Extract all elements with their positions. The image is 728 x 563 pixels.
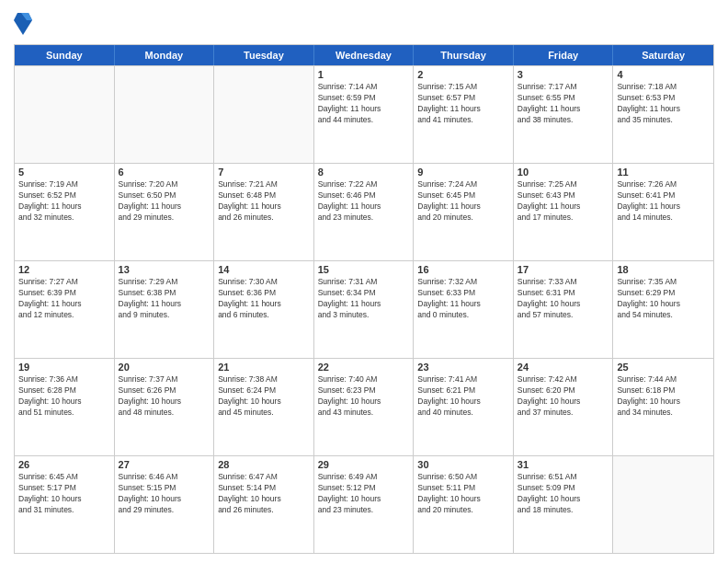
calendar-header-cell: Sunday (15, 45, 115, 65)
cell-line: and 18 minutes. (518, 505, 609, 516)
cell-line: and 38 minutes. (518, 115, 609, 126)
cell-line: Sunrise: 7:24 AM (417, 179, 509, 190)
cell-line: Sunset: 6:34 PM (318, 288, 410, 299)
cell-line: Sunrise: 7:21 AM (218, 179, 310, 190)
cell-line: Sunrise: 6:47 AM (218, 472, 310, 483)
cell-line: Sunset: 6:46 PM (318, 190, 410, 201)
logo-icon (14, 9, 32, 37)
cell-line: Daylight: 11 hours (617, 104, 710, 115)
cell-line: and 37 minutes. (518, 408, 609, 419)
cell-line: Sunset: 5:14 PM (218, 483, 310, 494)
cell-line: Sunset: 6:41 PM (617, 190, 710, 201)
cell-line: Sunrise: 7:42 AM (518, 374, 609, 385)
cell-line: Daylight: 10 hours (617, 299, 710, 310)
calendar-cell: 12Sunrise: 7:27 AMSunset: 6:39 PMDayligh… (15, 261, 115, 358)
cell-line: Sunrise: 7:25 AM (518, 179, 609, 190)
cell-line: Sunrise: 7:40 AM (318, 374, 410, 385)
calendar-cell: 15Sunrise: 7:31 AMSunset: 6:34 PMDayligh… (314, 261, 415, 358)
cell-line: Daylight: 11 hours (417, 299, 509, 310)
calendar-cell: 23Sunrise: 7:41 AMSunset: 6:21 PMDayligh… (414, 359, 514, 455)
calendar-cell (613, 456, 713, 553)
cell-line: and 57 minutes. (518, 310, 609, 321)
cell-line: Daylight: 10 hours (218, 396, 310, 408)
day-number: 27 (119, 459, 210, 470)
cell-line: Daylight: 10 hours (18, 494, 110, 505)
calendar-cell: 7Sunrise: 7:21 AMSunset: 6:48 PMDaylight… (214, 164, 314, 260)
cell-line: and 54 minutes. (617, 310, 710, 321)
day-number: 18 (617, 264, 710, 275)
header (14, 9, 714, 37)
cell-line: Sunset: 6:18 PM (617, 385, 710, 396)
cell-line: Sunset: 6:36 PM (218, 288, 310, 299)
cell-line: Sunrise: 7:27 AM (18, 277, 110, 288)
cell-line: Sunset: 6:59 PM (318, 93, 410, 104)
cell-line: Sunset: 6:53 PM (617, 93, 710, 104)
cell-line: and 45 minutes. (218, 408, 310, 419)
calendar-header: SundayMondayTuesdayWednesdayThursdayFrid… (15, 45, 713, 65)
cell-line: Sunset: 6:21 PM (417, 385, 509, 396)
cell-line: Sunrise: 7:20 AM (119, 179, 210, 190)
cell-line: Sunrise: 7:37 AM (119, 374, 210, 385)
cell-line: and 48 minutes. (119, 408, 210, 419)
cell-line: and 14 minutes. (617, 213, 710, 224)
cell-line: Sunrise: 7:15 AM (417, 82, 509, 93)
cell-line: and 0 minutes. (417, 310, 509, 321)
cell-line: and 29 minutes. (119, 213, 210, 224)
cell-line: Daylight: 10 hours (18, 396, 110, 408)
calendar-cell: 26Sunrise: 6:45 AMSunset: 5:17 PMDayligh… (15, 456, 115, 553)
cell-line: Daylight: 10 hours (617, 396, 710, 408)
cell-line: Sunset: 6:48 PM (218, 190, 310, 201)
day-number: 20 (119, 362, 210, 373)
calendar-cell: 13Sunrise: 7:29 AMSunset: 6:38 PMDayligh… (115, 261, 215, 358)
cell-line: and 23 minutes. (318, 505, 410, 516)
calendar-cell: 6Sunrise: 7:20 AMSunset: 6:50 PMDaylight… (115, 164, 215, 260)
cell-line: Sunset: 5:12 PM (318, 483, 410, 494)
cell-line: Daylight: 11 hours (518, 201, 609, 213)
cell-line: Sunset: 6:33 PM (417, 288, 509, 299)
cell-line: Sunrise: 7:29 AM (119, 277, 210, 288)
day-number: 3 (518, 69, 609, 80)
cell-line: Daylight: 11 hours (617, 201, 710, 213)
calendar-cell: 20Sunrise: 7:37 AMSunset: 6:26 PMDayligh… (115, 359, 215, 455)
calendar-cell: 27Sunrise: 6:46 AMSunset: 5:15 PMDayligh… (115, 456, 215, 553)
cell-line: Sunrise: 7:22 AM (318, 179, 410, 190)
cell-line: Daylight: 10 hours (318, 396, 410, 408)
calendar-header-cell: Wednesday (314, 45, 415, 65)
cell-line: Sunset: 6:24 PM (218, 385, 310, 396)
cell-line: Sunset: 6:52 PM (18, 190, 110, 201)
day-number: 24 (518, 362, 609, 373)
calendar-cell: 30Sunrise: 6:50 AMSunset: 5:11 PMDayligh… (414, 456, 514, 553)
cell-line: Sunrise: 7:19 AM (18, 179, 110, 190)
day-number: 29 (318, 459, 410, 470)
calendar-cell: 19Sunrise: 7:36 AMSunset: 6:28 PMDayligh… (15, 359, 115, 455)
cell-line: and 26 minutes. (218, 505, 310, 516)
day-number: 1 (318, 69, 410, 80)
day-number: 17 (518, 264, 609, 275)
cell-line: and 40 minutes. (417, 408, 509, 419)
calendar-cell: 21Sunrise: 7:38 AMSunset: 6:24 PMDayligh… (214, 359, 314, 455)
cell-line: Sunset: 5:17 PM (18, 483, 110, 494)
cell-line: Sunrise: 6:50 AM (417, 472, 509, 483)
cell-line: Daylight: 10 hours (518, 299, 609, 310)
calendar-cell (15, 66, 115, 163)
cell-line: Sunset: 6:23 PM (318, 385, 410, 396)
calendar-cell: 2Sunrise: 7:15 AMSunset: 6:57 PMDaylight… (414, 66, 514, 163)
calendar-cell: 1Sunrise: 7:14 AMSunset: 6:59 PMDaylight… (314, 66, 415, 163)
calendar-cell: 4Sunrise: 7:18 AMSunset: 6:53 PMDaylight… (613, 66, 713, 163)
calendar-row: 12Sunrise: 7:27 AMSunset: 6:39 PMDayligh… (15, 260, 713, 358)
cell-line: Sunrise: 7:17 AM (518, 82, 609, 93)
day-number: 13 (119, 264, 210, 275)
cell-line: Daylight: 11 hours (18, 299, 110, 310)
calendar-cell: 16Sunrise: 7:32 AMSunset: 6:33 PMDayligh… (414, 261, 514, 358)
calendar-header-cell: Monday (115, 45, 215, 65)
day-number: 28 (218, 459, 310, 470)
day-number: 23 (417, 362, 509, 373)
cell-line: Daylight: 10 hours (518, 494, 609, 505)
cell-line: Sunrise: 6:49 AM (318, 472, 410, 483)
day-number: 9 (417, 167, 509, 178)
calendar-cell: 5Sunrise: 7:19 AMSunset: 6:52 PMDaylight… (15, 164, 115, 260)
cell-line: Sunrise: 7:33 AM (518, 277, 609, 288)
cell-line: Daylight: 11 hours (417, 104, 509, 115)
calendar-cell: 22Sunrise: 7:40 AMSunset: 6:23 PMDayligh… (314, 359, 415, 455)
cell-line: Sunset: 6:26 PM (119, 385, 210, 396)
